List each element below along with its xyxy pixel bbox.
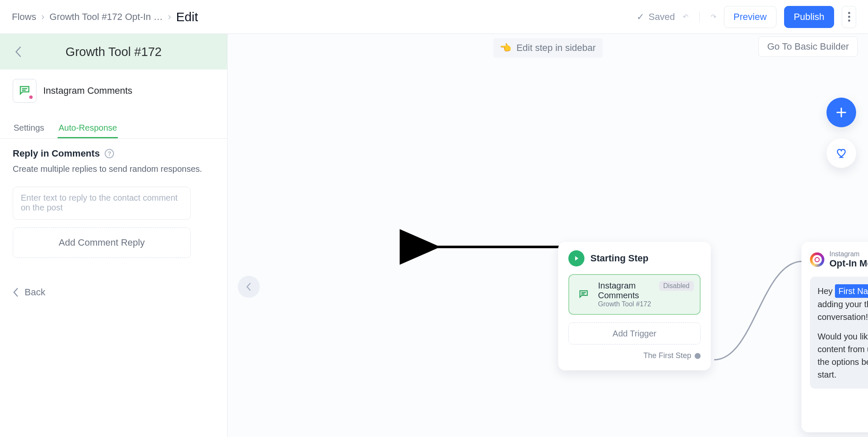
msg-greeting: Hey <box>818 286 835 296</box>
breadcrumb-root[interactable]: Flows <box>12 11 36 22</box>
first-step-label: The First Step <box>643 351 691 360</box>
play-icon <box>568 250 584 266</box>
undo-icon[interactable]: ↶ <box>683 13 688 21</box>
help-icon[interactable]: ? <box>105 149 114 158</box>
sidebar-feature-title: Instagram Comments <box>43 85 132 96</box>
undo-redo-group: ↶ ↷ <box>683 11 716 22</box>
point-left-icon: 👈 <box>500 42 511 53</box>
node-starting-step[interactable]: Starting Step Instagram Comments Growth … <box>558 242 711 370</box>
instagram-icon <box>810 252 824 267</box>
trigger-title-line2: Comments <box>598 291 651 300</box>
section-desc: Create multiple replies to send random r… <box>13 164 214 174</box>
collapse-sidebar-button[interactable] <box>238 276 260 298</box>
redo-icon[interactable]: ↷ <box>711 13 716 21</box>
sidebar: Growth Tool #172 Instagram Comments <box>0 34 228 437</box>
trigger-subtitle: Growth Tool #172 <box>598 300 651 308</box>
hint-text: Edit step in sidebar <box>516 42 595 53</box>
check-icon: ✓ <box>637 11 644 22</box>
trigger-title-line1: Instagram <box>598 281 651 291</box>
node-optin[interactable]: Instagram Opt-In Message Hey First Name … <box>801 242 868 432</box>
merge-tag-first-name: First Name <box>835 284 868 298</box>
reply-input[interactable]: Enter text to reply to the contact comme… <box>13 187 191 220</box>
trigger-card[interactable]: Instagram Comments Growth Tool #172 Disa… <box>568 274 701 315</box>
starting-step-title: Starting Step <box>590 253 648 264</box>
tab-settings[interactable]: Settings <box>13 119 45 138</box>
favorite-fab[interactable] <box>826 138 856 168</box>
hint-pill: 👈 Edit step in sidebar <box>493 38 602 58</box>
go-to-basic-builder-button[interactable]: Go To Basic Builder <box>758 36 858 57</box>
add-node-fab[interactable] <box>826 98 856 127</box>
optin-title: Opt-In Message <box>829 258 868 269</box>
status-saved: ✓ Saved <box>637 11 675 22</box>
comment-icon <box>13 79 36 103</box>
status-badge: Disabled <box>659 281 694 291</box>
reply-placeholder: Enter text to reply to the contact comme… <box>21 193 183 213</box>
out-port[interactable] <box>695 353 701 359</box>
preview-button[interactable]: Preview <box>724 6 776 28</box>
publish-button[interactable]: Publish <box>784 6 834 28</box>
comment-icon <box>576 287 591 302</box>
chevron-right-icon: › <box>168 11 171 22</box>
saved-label: Saved <box>648 11 675 22</box>
more-menu[interactable] <box>842 6 856 28</box>
back-label: Back <box>25 287 45 298</box>
section-title: Reply in Comments <box>13 148 100 159</box>
flow-canvas: 👈 Edit step in sidebar Go To Basic Build… <box>228 34 868 437</box>
breadcrumb-folder[interactable]: Growth Tool #172 Opt-In … <box>50 11 163 22</box>
sidebar-title: Growth Tool #172 <box>33 45 194 59</box>
msg-line2: Would you like to receive additional con… <box>818 330 868 381</box>
breadcrumb: Flows › Growth Tool #172 Opt-In … › Edit <box>12 10 198 24</box>
optin-platform: Instagram <box>829 250 868 258</box>
back-link[interactable]: Back <box>13 287 227 298</box>
add-comment-reply-button[interactable]: Add Comment Reply <box>13 227 191 258</box>
tab-auto-response[interactable]: Auto-Response <box>58 119 118 138</box>
breadcrumb-page: Edit <box>176 10 198 24</box>
add-trigger-button[interactable]: Add Trigger <box>568 322 701 345</box>
chevron-left-icon[interactable] <box>12 45 25 59</box>
separator <box>699 11 700 22</box>
message-body: Hey First Name ! Thank you for adding yo… <box>810 277 868 389</box>
instagram-dot-icon <box>28 95 33 100</box>
chevron-right-icon: › <box>41 11 44 22</box>
